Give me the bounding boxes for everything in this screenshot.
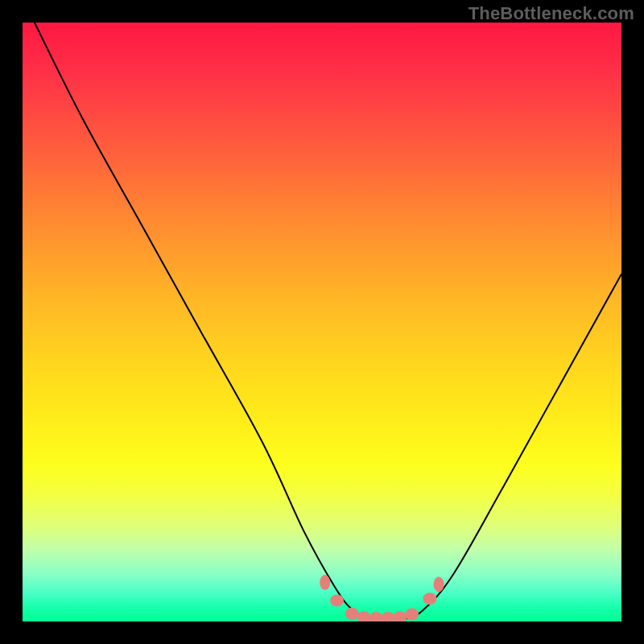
curve-markers [320,575,444,621]
curve-marker [434,576,444,592]
bottleneck-curve [35,23,621,619]
curve-layer [23,23,621,621]
chart-frame: TheBottleneck.com [0,0,644,644]
plot-area [23,23,621,621]
watermark-text: TheBottleneck.com [469,3,634,24]
curve-marker [345,608,359,620]
curve-marker [381,612,394,621]
curve-marker [423,592,436,605]
curve-marker [330,595,344,607]
curve-marker [405,609,419,621]
curve-marker [393,611,407,621]
curve-marker [357,611,371,621]
curve-marker [320,575,330,590]
curve-marker [369,612,383,621]
